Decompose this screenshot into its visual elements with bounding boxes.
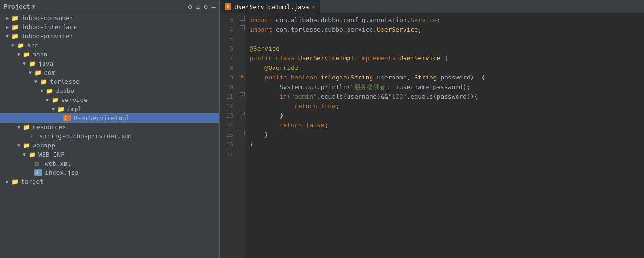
gutter-17	[239, 147, 246, 157]
minimize-icon[interactable]: —	[212, 3, 216, 11]
token: if	[280, 93, 287, 100]
folder-icon: 📁	[52, 97, 59, 103]
token	[250, 93, 280, 100]
code-line-16: }	[250, 140, 644, 149]
tree-item-label: dubbo	[55, 87, 74, 94]
tree-item-label: UserServiceImpl	[74, 114, 130, 122]
line-num-13: 13	[220, 111, 237, 121]
tree-item-resources[interactable]: ▼ 📁 resources	[0, 123, 219, 132]
tree-item-spring-dubbo-provider[interactable]: 🗎 spring-dubbo-provider.xml	[0, 132, 219, 141]
settings-icon[interactable]: ⚙	[204, 3, 207, 11]
token: ;	[336, 102, 339, 110]
folder-icon: 📁	[29, 60, 36, 67]
line-num-3: 3	[220, 15, 237, 25]
folder-icon: 📁	[34, 69, 42, 76]
line-num-8: 8	[220, 63, 237, 73]
code-gutter: --▶---	[239, 13, 246, 258]
tree-arrow: ▼	[52, 106, 57, 112]
token: UserService	[399, 55, 444, 62]
line-num-6: 6	[220, 44, 237, 54]
gutter-12	[239, 100, 246, 109]
locate-icon[interactable]: ⊕	[188, 3, 192, 11]
tree-item-java[interactable]: ▼ 📁 java	[0, 59, 219, 68]
expand-icon[interactable]: ≡	[196, 3, 200, 11]
tree-item-dubbo-provider[interactable]: ▼ 📁 dubbo-provider	[0, 32, 219, 41]
folder-icon: 📁	[23, 124, 30, 131]
folder-icon: 📁	[11, 24, 19, 31]
token: true	[321, 102, 336, 110]
tab-label: UserServiceImpl.java	[234, 3, 309, 11]
folder-icon: 📁	[40, 79, 47, 85]
line-num-11: 11	[220, 92, 237, 101]
token: System.	[250, 83, 306, 90]
tree-item-webapp[interactable]: ▼ 📁 webapp	[0, 141, 219, 150]
fold-icon: -	[240, 16, 245, 21]
tree-item-label: com	[44, 69, 55, 76]
token: public	[264, 74, 291, 81]
tree-item-src[interactable]: ▼ 📁 src	[0, 41, 219, 50]
line-num-17: 17	[220, 149, 237, 159]
token: ;	[437, 16, 440, 23]
gutter-6	[239, 42, 246, 52]
tree-item-label: target	[21, 178, 44, 185]
code-line-12: return true;	[250, 101, 644, 111]
sidebar: Project ▼ ⊕ ≡ ⚙ — ▶ 📁 dubbo-consumer ▶ 📁…	[0, 0, 220, 258]
tree-item-dubbo[interactable]: ▼ 📁 dubbo	[0, 86, 219, 95]
token: Service	[411, 16, 437, 23]
code-line-14: return false;	[250, 121, 644, 130]
code-line-5	[250, 34, 644, 44]
tree-item-com[interactable]: ▼ 📁 com	[0, 68, 219, 77]
token: }	[250, 112, 283, 119]
token: ;	[418, 26, 422, 33]
tree-item-target[interactable]: ▶ 📁 target	[0, 177, 219, 186]
tree-item-web.xml[interactable]: 🗎 web.xml	[0, 159, 219, 168]
tree-item-service[interactable]: ▼ 📁 service	[0, 95, 219, 104]
java-file-icon: C	[63, 115, 71, 121]
line-num-9: 9	[220, 73, 237, 82]
tab-close-button[interactable]: ✕	[312, 4, 316, 10]
tree-arrow: ▼	[40, 88, 46, 93]
tree-item-torlesse[interactable]: ▼ 📁 torlesse	[0, 77, 219, 86]
code-line-10: System.out.println("服务提供者："+username+pas…	[250, 82, 644, 92]
token: String	[414, 74, 440, 81]
tree-item-dubbo-interface[interactable]: ▶ 📁 dubbo-interface	[0, 22, 219, 32]
tab-userserviceimpl[interactable]: C UserServiceImpl.java ✕	[220, 0, 320, 13]
token: .println(	[317, 83, 350, 90]
tree-item-label: dubbo-provider	[21, 33, 74, 40]
line-num-12: 12	[220, 101, 237, 111]
token: ;	[325, 122, 328, 129]
folder-icon: 📁	[23, 51, 30, 58]
code-line-11: if("admin".equals(username)&&"123".equal…	[250, 92, 644, 101]
folder-icon: 📁	[17, 42, 24, 49]
tree-item-index.jsp[interactable]: J index.jsp	[0, 168, 219, 177]
run-indicator: ▶	[241, 73, 244, 79]
tree-item-dubbo-consumer[interactable]: ▶ 📁 dubbo-consumer	[0, 13, 219, 22]
token: UserServiceImpl	[298, 55, 358, 62]
gutter-7	[239, 52, 246, 61]
tree-item-label: spring-dubbo-provider.xml	[39, 133, 133, 140]
token: ,	[407, 74, 415, 81]
code-line-17	[250, 149, 644, 159]
token: isLogin	[321, 74, 347, 81]
line-num-16: 16	[220, 140, 237, 149]
gutter-10	[239, 80, 246, 90]
code-content[interactable]: import com.alibaba.dubbo.config.annotati…	[246, 13, 644, 258]
tree-item-UserServiceImpl[interactable]: C UserServiceImpl	[0, 113, 219, 123]
tree-item-impl[interactable]: ▼ 📁 impl	[0, 104, 219, 113]
sidebar-dropdown-icon[interactable]: ▼	[32, 3, 35, 10]
tree-item-WEB-INF[interactable]: ▼ 📁 WEB-INF	[0, 150, 219, 159]
line-num-5: 5	[220, 34, 237, 44]
token: @Override	[250, 64, 298, 71]
token: import	[250, 16, 276, 23]
code-line-15: }	[250, 130, 644, 140]
tree-item-main[interactable]: ▼ 📁 main	[0, 50, 219, 59]
code-area: 34567891011121314151617 --▶--- import co…	[220, 13, 644, 258]
token: username	[377, 74, 407, 81]
gutter-3: -	[239, 13, 246, 23]
token: import	[250, 26, 276, 33]
tree-item-label: impl	[67, 105, 82, 112]
line-num-14: 14	[220, 121, 237, 130]
code-line-13: }	[250, 111, 644, 121]
tree-item-label: webapp	[33, 142, 55, 149]
code-line-9: public boolean isLogin(String username, …	[250, 73, 644, 82]
